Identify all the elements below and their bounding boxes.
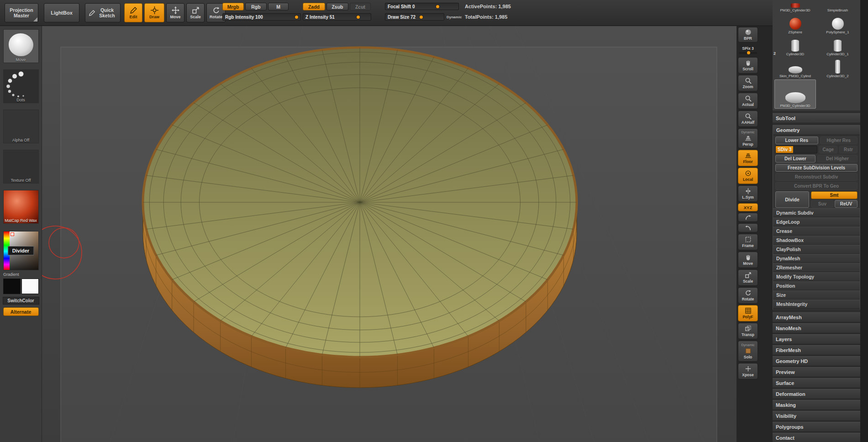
- section-position[interactable]: Position: [773, 281, 860, 290]
- section-masking[interactable]: Masking: [773, 400, 860, 410]
- section-edgeloop[interactable]: EdgeLoop: [773, 217, 860, 226]
- slider-handle[interactable]: [420, 16, 423, 19]
- section-layers[interactable]: Layers: [773, 334, 860, 344]
- section-deformation[interactable]: Deformation: [773, 389, 860, 399]
- tool-thumbnail[interactable]: PM3D_Cylinder3D: [774, 1, 816, 13]
- brush-thumbnail[interactable]: Move: [3, 29, 39, 63]
- section-modify-topology[interactable]: Modify Topology: [773, 272, 860, 281]
- slider-handle[interactable]: [747, 51, 750, 54]
- quick-sketch-button[interactable]: Quick Sketch: [85, 3, 121, 22]
- section-surface[interactable]: Surface: [773, 378, 860, 388]
- primary-color-swatch[interactable]: [3, 279, 21, 294]
- spix-track[interactable]: [739, 52, 757, 54]
- section-geometry-hd[interactable]: Geometry HD: [773, 356, 860, 366]
- section-polygroups[interactable]: Polygroups: [773, 422, 860, 432]
- radial-symmetry-button[interactable]: [738, 213, 758, 222]
- material-thumbnail[interactable]: MatCap Red Wax: [3, 190, 39, 224]
- poseable-symmetry-button[interactable]: [738, 223, 758, 232]
- focal-shift-slider[interactable]: Focal Shift 0: [385, 3, 459, 10]
- shelf-scale-button[interactable]: Scale: [738, 269, 758, 286]
- xpose-button[interactable]: Xpose: [738, 363, 758, 379]
- local-transform-button[interactable]: Local: [738, 168, 758, 184]
- tool-thumbnail[interactable]: Cylinder3D_1: [817, 36, 858, 57]
- dynamic-draw-size-label[interactable]: Dynamic: [447, 15, 462, 19]
- floor-grid-button[interactable]: Floor: [738, 150, 758, 166]
- perspective-button[interactable]: Dynamic Persp: [738, 128, 758, 148]
- slider-handle[interactable]: [436, 5, 439, 8]
- tool-thumbnail[interactable]: SimpleBrush: [817, 1, 858, 13]
- section-shadowbox[interactable]: ShadowBox: [773, 236, 860, 245]
- actual-size-button[interactable]: Actual: [738, 93, 758, 109]
- move-tool-button[interactable]: Move: [166, 3, 184, 22]
- rgb-intensity-slider[interactable]: Rgb Intensity 100: [222, 13, 301, 21]
- xyz-symmetry-button[interactable]: XYZ: [738, 203, 758, 211]
- color-picker[interactable]: Divider: [3, 231, 39, 270]
- zsub-mode-button[interactable]: Zsub: [326, 3, 348, 11]
- section-crease[interactable]: Crease: [773, 226, 860, 236]
- section-fibermesh[interactable]: FiberMesh: [773, 345, 860, 355]
- gradient-label[interactable]: Gradient: [0, 270, 42, 277]
- texture-thumbnail[interactable]: Texture Off: [3, 150, 39, 184]
- geometry-section-header[interactable]: Geometry: [773, 125, 860, 135]
- zoom-button[interactable]: Zoom: [738, 75, 758, 91]
- lightbox-button[interactable]: LightBox: [44, 3, 79, 22]
- alpha-thumbnail[interactable]: Alpha Off: [3, 110, 39, 143]
- section-claypolish[interactable]: ClayPolish: [773, 245, 860, 254]
- document-viewport[interactable]: [42, 26, 736, 442]
- solo-button[interactable]: Dynamic Solo: [738, 341, 758, 362]
- edit-tool-button[interactable]: Edit: [124, 3, 142, 22]
- tool-thumbnail[interactable]: Cylinder3D_2: [817, 58, 858, 79]
- rstr-button[interactable]: Rstr: [839, 146, 857, 153]
- tool-thumbnail[interactable]: Skin_PM3D_Cylind: [774, 58, 816, 79]
- section-preview[interactable]: Preview: [773, 367, 860, 377]
- zadd-mode-button[interactable]: Zadd: [303, 3, 325, 11]
- local-symmetry-button[interactable]: L.Sym: [738, 185, 758, 202]
- higher-res-button[interactable]: Higher Res: [820, 137, 857, 144]
- freeze-subdivision-button[interactable]: Freeze SubDivision Levels: [775, 164, 857, 172]
- zcut-mode-button[interactable]: Zcut: [350, 3, 371, 11]
- sdiv-slider[interactable]: SDiv 3: [775, 146, 817, 153]
- polyframe-button[interactable]: PolyF: [738, 305, 758, 321]
- slider-handle[interactable]: [295, 16, 298, 19]
- section-dynamic-subdiv[interactable]: Dynamic Subdiv: [773, 208, 860, 217]
- rgb-mode-button[interactable]: Rgb: [245, 3, 267, 11]
- projection-master-button[interactable]: Projection Master: [5, 3, 38, 22]
- convert-bpr-button[interactable]: Convert BPR To Geo: [775, 182, 857, 190]
- del-higher-button[interactable]: Del Higher: [817, 155, 857, 163]
- spix-slider[interactable]: SPix 3: [738, 44, 758, 56]
- draw-size-slider[interactable]: Draw Size 72: [385, 13, 444, 21]
- tool-thumbnail[interactable]: ZSphere: [774, 14, 816, 35]
- tool-thumbnail[interactable]: PolySphere_1: [817, 14, 858, 35]
- switchcolor-button[interactable]: SwitchColor: [3, 297, 39, 305]
- cage-button[interactable]: Cage: [819, 146, 837, 153]
- section-visibility[interactable]: Visibility: [773, 411, 860, 421]
- scale-tool-button[interactable]: Scale: [186, 3, 205, 22]
- reuv-button[interactable]: ReUV: [835, 200, 857, 208]
- divider-handle[interactable]: Divider: [8, 246, 34, 255]
- scroll-button[interactable]: Scroll: [738, 57, 758, 74]
- frame-button[interactable]: Frame: [738, 234, 758, 250]
- divide-button[interactable]: Divide: [775, 191, 809, 208]
- tool-thumbnail[interactable]: Cylinder3D: [774, 36, 816, 57]
- alternate-button[interactable]: Alternate: [3, 307, 39, 316]
- smooth-toggle-button[interactable]: Smt: [811, 191, 857, 199]
- suv-toggle-button[interactable]: Suv: [811, 200, 834, 208]
- section-meshintegrity[interactable]: MeshIntegrity: [773, 300, 860, 309]
- shelf-rotate-button[interactable]: Rotate: [738, 287, 758, 304]
- shelf-move-button[interactable]: Move: [738, 252, 758, 268]
- z-intensity-slider[interactable]: Z Intensity 51: [303, 13, 371, 21]
- slider-handle[interactable]: [357, 16, 360, 19]
- section-zremesher[interactable]: ZRemesher: [773, 263, 860, 272]
- aahalf-button[interactable]: AAHalf: [738, 110, 758, 127]
- section-dynamesh[interactable]: DynaMesh: [773, 254, 860, 263]
- section-size[interactable]: Size: [773, 290, 860, 300]
- bpr-button[interactable]: BPR: [738, 27, 758, 42]
- section-contact[interactable]: Contact: [773, 433, 860, 442]
- stroke-thumbnail[interactable]: Dots: [3, 69, 39, 103]
- reconstruct-subdiv-button[interactable]: Reconstruct Subdiv: [775, 173, 857, 181]
- section-arraymesh[interactable]: ArrayMesh: [773, 312, 860, 322]
- lower-res-button[interactable]: Lower Res: [775, 137, 818, 144]
- secondary-color-swatch[interactable]: [21, 279, 39, 294]
- draw-tool-button[interactable]: Draw: [144, 3, 164, 22]
- m-mode-button[interactable]: M: [268, 3, 289, 11]
